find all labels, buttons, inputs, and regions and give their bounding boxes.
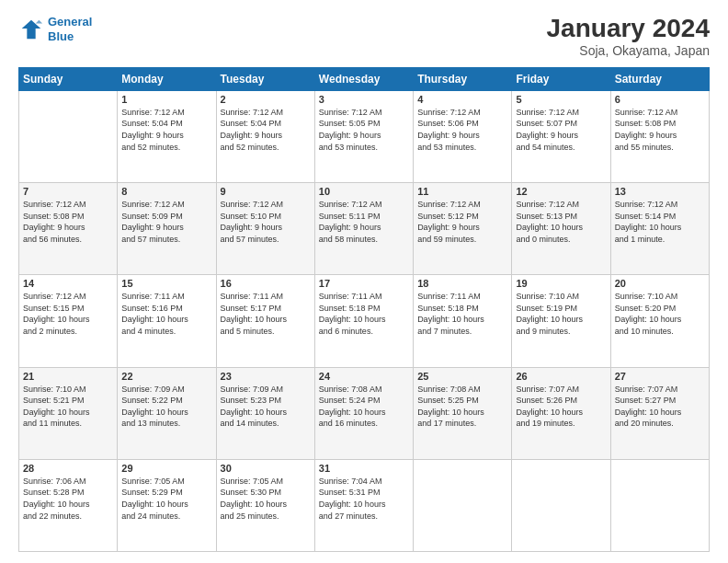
day-info: Sunrise: 7:11 AM Sunset: 5:16 PM Dayligh… <box>121 291 211 337</box>
day-info: Sunrise: 7:12 AM Sunset: 5:07 PM Dayligh… <box>516 107 606 153</box>
day-number: 2 <box>221 94 311 105</box>
day-number: 5 <box>516 94 606 105</box>
day-info: Sunrise: 7:11 AM Sunset: 5:17 PM Dayligh… <box>221 291 311 337</box>
day-info: Sunrise: 7:06 AM Sunset: 5:28 PM Dayligh… <box>23 476 113 522</box>
day-info: Sunrise: 7:04 AM Sunset: 5:31 PM Dayligh… <box>319 476 409 522</box>
calendar-header-friday: Friday <box>512 67 610 90</box>
calendar-cell: 1Sunrise: 7:12 AM Sunset: 5:04 PM Daylig… <box>118 90 216 182</box>
calendar-header-sunday: Sunday <box>19 67 118 90</box>
day-number: 26 <box>516 371 606 382</box>
calendar-cell: 24Sunrise: 7:08 AM Sunset: 5:24 PM Dayli… <box>314 367 413 459</box>
calendar-header-wednesday: Wednesday <box>314 67 413 90</box>
day-number: 13 <box>615 186 705 197</box>
day-info: Sunrise: 7:10 AM Sunset: 5:21 PM Dayligh… <box>23 384 113 430</box>
day-info: Sunrise: 7:11 AM Sunset: 5:18 PM Dayligh… <box>417 291 507 337</box>
day-number: 11 <box>417 186 507 197</box>
day-number: 28 <box>23 463 113 474</box>
calendar-cell: 19Sunrise: 7:10 AM Sunset: 5:19 PM Dayli… <box>512 275 610 367</box>
day-number: 21 <box>23 371 113 382</box>
logo-icon <box>18 17 44 42</box>
calendar-week-row: 7Sunrise: 7:12 AM Sunset: 5:08 PM Daylig… <box>19 183 710 275</box>
main-title: January 2024 <box>547 15 710 43</box>
day-number: 7 <box>23 186 113 197</box>
day-number: 30 <box>221 463 311 474</box>
calendar-cell: 10Sunrise: 7:12 AM Sunset: 5:11 PM Dayli… <box>314 183 413 275</box>
day-number: 23 <box>221 371 311 382</box>
calendar-cell: 4Sunrise: 7:12 AM Sunset: 5:06 PM Daylig… <box>414 90 512 182</box>
calendar-week-row: 1Sunrise: 7:12 AM Sunset: 5:04 PM Daylig… <box>19 90 710 182</box>
logo: General Blue <box>18 15 92 43</box>
day-number: 9 <box>221 186 311 197</box>
calendar-cell: 14Sunrise: 7:12 AM Sunset: 5:15 PM Dayli… <box>19 275 118 367</box>
calendar-header-row: SundayMondayTuesdayWednesdayThursdayFrid… <box>19 67 710 90</box>
calendar-cell: 16Sunrise: 7:11 AM Sunset: 5:17 PM Dayli… <box>216 275 314 367</box>
day-info: Sunrise: 7:12 AM Sunset: 5:04 PM Dayligh… <box>221 107 311 153</box>
calendar-header-tuesday: Tuesday <box>216 67 314 90</box>
calendar-cell: 9Sunrise: 7:12 AM Sunset: 5:10 PM Daylig… <box>216 183 314 275</box>
day-info: Sunrise: 7:05 AM Sunset: 5:30 PM Dayligh… <box>221 476 311 522</box>
day-number: 4 <box>417 94 507 105</box>
day-number: 3 <box>319 94 409 105</box>
calendar-cell: 17Sunrise: 7:11 AM Sunset: 5:18 PM Dayli… <box>314 275 413 367</box>
calendar-header-saturday: Saturday <box>610 67 709 90</box>
calendar-cell: 13Sunrise: 7:12 AM Sunset: 5:14 PM Dayli… <box>610 183 709 275</box>
day-info: Sunrise: 7:05 AM Sunset: 5:29 PM Dayligh… <box>121 476 211 522</box>
day-info: Sunrise: 7:07 AM Sunset: 5:26 PM Dayligh… <box>516 384 606 430</box>
calendar-cell: 21Sunrise: 7:10 AM Sunset: 5:21 PM Dayli… <box>19 367 118 459</box>
calendar-cell <box>512 459 610 551</box>
day-info: Sunrise: 7:08 AM Sunset: 5:25 PM Dayligh… <box>417 384 507 430</box>
calendar-cell: 12Sunrise: 7:12 AM Sunset: 5:13 PM Dayli… <box>512 183 610 275</box>
day-info: Sunrise: 7:12 AM Sunset: 5:12 PM Dayligh… <box>417 199 507 245</box>
day-info: Sunrise: 7:12 AM Sunset: 5:11 PM Dayligh… <box>319 199 409 245</box>
day-number: 29 <box>121 463 211 474</box>
day-number: 31 <box>319 463 409 474</box>
calendar-week-row: 28Sunrise: 7:06 AM Sunset: 5:28 PM Dayli… <box>19 459 710 551</box>
calendar-header-monday: Monday <box>118 67 216 90</box>
calendar-cell: 15Sunrise: 7:11 AM Sunset: 5:16 PM Dayli… <box>118 275 216 367</box>
day-number: 16 <box>221 278 311 289</box>
calendar-cell: 3Sunrise: 7:12 AM Sunset: 5:05 PM Daylig… <box>314 90 413 182</box>
calendar-cell: 7Sunrise: 7:12 AM Sunset: 5:08 PM Daylig… <box>19 183 118 275</box>
logo-text: General Blue <box>48 15 92 43</box>
day-info: Sunrise: 7:12 AM Sunset: 5:05 PM Dayligh… <box>319 107 409 153</box>
calendar-cell: 29Sunrise: 7:05 AM Sunset: 5:29 PM Dayli… <box>118 459 216 551</box>
title-block: January 2024 Soja, Okayama, Japan <box>547 15 710 58</box>
calendar-cell: 11Sunrise: 7:12 AM Sunset: 5:12 PM Dayli… <box>414 183 512 275</box>
calendar-cell: 8Sunrise: 7:12 AM Sunset: 5:09 PM Daylig… <box>118 183 216 275</box>
day-number: 1 <box>121 94 211 105</box>
day-number: 19 <box>516 278 606 289</box>
logo-blue: Blue <box>48 29 74 43</box>
calendar-cell: 23Sunrise: 7:09 AM Sunset: 5:23 PM Dayli… <box>216 367 314 459</box>
logo-general: General <box>48 15 92 29</box>
day-number: 15 <box>121 278 211 289</box>
day-number: 10 <box>319 186 409 197</box>
subtitle: Soja, Okayama, Japan <box>547 43 710 58</box>
day-number: 8 <box>121 186 211 197</box>
calendar-cell: 18Sunrise: 7:11 AM Sunset: 5:18 PM Dayli… <box>414 275 512 367</box>
calendar-cell <box>414 459 512 551</box>
calendar-week-row: 21Sunrise: 7:10 AM Sunset: 5:21 PM Dayli… <box>19 367 710 459</box>
day-info: Sunrise: 7:07 AM Sunset: 5:27 PM Dayligh… <box>615 384 705 430</box>
calendar-cell: 27Sunrise: 7:07 AM Sunset: 5:27 PM Dayli… <box>610 367 709 459</box>
calendar-cell: 25Sunrise: 7:08 AM Sunset: 5:25 PM Dayli… <box>414 367 512 459</box>
svg-marker-1 <box>36 19 42 23</box>
day-number: 17 <box>319 278 409 289</box>
calendar-cell <box>610 459 709 551</box>
day-info: Sunrise: 7:12 AM Sunset: 5:09 PM Dayligh… <box>121 199 211 245</box>
day-number: 25 <box>417 371 507 382</box>
day-info: Sunrise: 7:11 AM Sunset: 5:18 PM Dayligh… <box>319 291 409 337</box>
day-info: Sunrise: 7:09 AM Sunset: 5:23 PM Dayligh… <box>221 384 311 430</box>
calendar-cell: 5Sunrise: 7:12 AM Sunset: 5:07 PM Daylig… <box>512 90 610 182</box>
day-number: 6 <box>615 94 705 105</box>
day-info: Sunrise: 7:10 AM Sunset: 5:19 PM Dayligh… <box>516 291 606 337</box>
calendar-table: SundayMondayTuesdayWednesdayThursdayFrid… <box>18 67 710 552</box>
day-number: 18 <box>417 278 507 289</box>
day-info: Sunrise: 7:08 AM Sunset: 5:24 PM Dayligh… <box>319 384 409 430</box>
calendar-cell: 2Sunrise: 7:12 AM Sunset: 5:04 PM Daylig… <box>216 90 314 182</box>
day-info: Sunrise: 7:12 AM Sunset: 5:14 PM Dayligh… <box>615 199 705 245</box>
calendar-week-row: 14Sunrise: 7:12 AM Sunset: 5:15 PM Dayli… <box>19 275 710 367</box>
day-info: Sunrise: 7:12 AM Sunset: 5:08 PM Dayligh… <box>23 199 113 245</box>
day-info: Sunrise: 7:12 AM Sunset: 5:04 PM Dayligh… <box>121 107 211 153</box>
day-number: 24 <box>319 371 409 382</box>
day-info: Sunrise: 7:12 AM Sunset: 5:13 PM Dayligh… <box>516 199 606 245</box>
